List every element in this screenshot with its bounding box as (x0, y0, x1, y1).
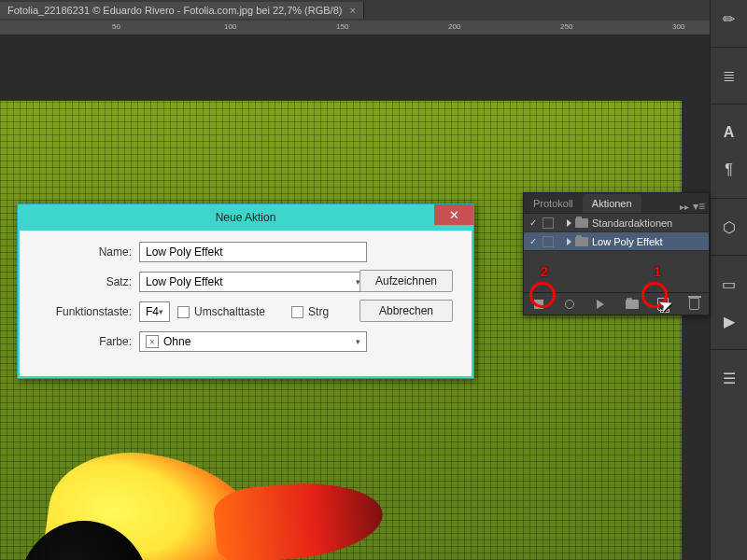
ctrl-checkbox[interactable] (291, 306, 303, 318)
delete-action-button[interactable] (686, 297, 701, 312)
ruler-tick: 200 (448, 22, 460, 31)
shift-checkbox[interactable] (177, 306, 190, 318)
ruler-tick: 300 (672, 22, 684, 31)
begin-recording-button[interactable] (562, 297, 577, 312)
action-set-row[interactable]: ✓ Low Poly Effekt (524, 232, 709, 251)
horizontal-ruler: 50 100 150 200 250 300 (0, 21, 747, 35)
color-label: Farbe: (33, 335, 132, 348)
action-set-label: Low Poly Effekt (592, 236, 663, 247)
paragraph-panel-icon[interactable]: ¶ (718, 159, 740, 181)
stop-recording-button[interactable] (531, 297, 546, 312)
expand-icon[interactable] (567, 238, 571, 245)
image-content (19, 390, 411, 560)
ctrl-label: Strg (308, 305, 329, 318)
record-button[interactable]: Aufzeichnen (359, 270, 453, 292)
color-value: Ohne (163, 335, 190, 348)
folder-icon (575, 218, 588, 228)
document-tab-bar: Fotolia_22186231 © Eduardo Rivero - Foto… (0, 0, 747, 21)
action-color-select[interactable]: × Ohne ▾ (139, 331, 367, 352)
callout-number: 2 (541, 263, 548, 279)
action-set-row[interactable]: ✓ Standardaktionen (524, 214, 709, 232)
expand-icon[interactable] (567, 219, 571, 227)
name-label: Name: (33, 245, 132, 259)
dialog-title: Neue Aktion (216, 211, 276, 224)
toggle-dialog-icon[interactable] (543, 217, 554, 229)
history-panel-icon[interactable]: ▭ (718, 273, 740, 295)
3d-panel-icon[interactable]: ⬡ (718, 216, 740, 238)
no-color-icon: × (146, 335, 159, 348)
play-action-button[interactable] (593, 297, 608, 312)
folder-icon (575, 237, 588, 246)
close-icon[interactable]: × (349, 5, 355, 16)
cancel-button[interactable]: Abbrechen (359, 300, 453, 322)
actions-panel: Protokoll Aktionen ▸▸ ▾≡ ✓ Standardaktio… (523, 192, 710, 315)
ruler-tick: 150 (336, 22, 348, 31)
swatches-panel-icon[interactable]: ≣ (718, 64, 740, 87)
set-value: Low Poly Effekt (146, 275, 223, 288)
function-key-select[interactable]: F4 ▾ (139, 301, 170, 322)
shift-label: Umschalttaste (194, 305, 265, 318)
panel-tab-bar: Protokoll Aktionen ▸▸ ▾≡ (524, 193, 709, 214)
set-label: Satz: (33, 275, 132, 288)
callout-number: 1 (654, 263, 661, 279)
ruler-tick: 100 (224, 22, 236, 31)
brush-panel-icon[interactable]: ✏ (718, 7, 740, 30)
function-key-label: Funktionstaste: (33, 305, 132, 318)
action-set-label: Standardaktionen (592, 217, 672, 229)
right-toolbar: ✏ ≣ A ¶ ⬡ ▭ ▶ ☰ (710, 0, 747, 560)
actions-panel-icon[interactable]: ▶ (718, 310, 740, 332)
checkmark-icon[interactable]: ✓ (528, 236, 539, 247)
properties-panel-icon[interactable]: ☰ (718, 367, 740, 389)
fkey-value: F4 (146, 305, 159, 318)
new-action-dialog: Neue Aktion ✕ Name: Satz: Low Poly Effek… (17, 203, 474, 379)
document-tab[interactable]: Fotolia_22186231 © Eduardo Rivero - Foto… (0, 2, 364, 19)
tab-protocol[interactable]: Protokoll (524, 194, 583, 213)
character-panel-icon[interactable]: A (718, 121, 740, 144)
action-name-input[interactable] (139, 242, 367, 262)
new-set-button[interactable] (625, 297, 640, 312)
ruler-tick: 250 (560, 22, 572, 31)
actions-panel-footer (524, 292, 709, 315)
actions-list: ✓ Standardaktionen ✓ Low Poly Effekt (524, 214, 709, 292)
close-button[interactable]: ✕ (434, 204, 473, 225)
panel-menu-icon[interactable]: ▾≡ (693, 200, 705, 213)
toggle-dialog-icon[interactable] (543, 236, 554, 247)
chevron-down-icon: ▾ (356, 337, 360, 346)
dialog-titlebar[interactable]: Neue Aktion ✕ (18, 204, 473, 231)
checkmark-icon[interactable]: ✓ (528, 217, 539, 229)
ruler-tick: 50 (112, 22, 120, 31)
collapse-icon[interactable]: ▸▸ (680, 202, 689, 212)
document-tab-title: Fotolia_22186231 © Eduardo Rivero - Foto… (7, 5, 342, 16)
action-set-select[interactable]: Low Poly Effekt ▾ (139, 272, 367, 292)
tab-actions[interactable]: Aktionen (583, 194, 641, 213)
chevron-down-icon: ▾ (159, 307, 163, 316)
